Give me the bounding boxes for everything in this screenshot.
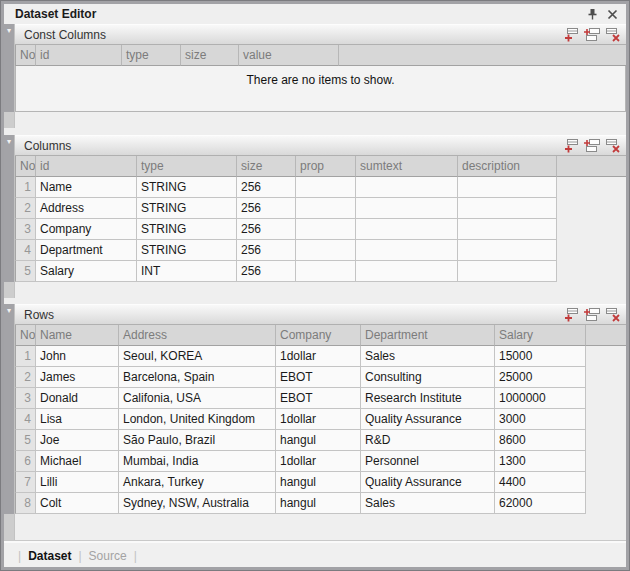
- column-header-sumtext[interactable]: sumtext: [356, 156, 458, 177]
- column-header-no[interactable]: No: [15, 45, 36, 66]
- table-row[interactable]: 5JoeSão Paulo, BrazilhangulR&D8600: [15, 430, 626, 451]
- tab-source[interactable]: Source: [89, 549, 127, 563]
- data-cell[interactable]: EBOT: [276, 367, 361, 388]
- data-cell[interactable]: 25000: [495, 367, 586, 388]
- data-cell[interactable]: [458, 198, 557, 219]
- data-cell[interactable]: 1300: [495, 451, 586, 472]
- column-header-company[interactable]: Company: [276, 325, 361, 346]
- column-header-address[interactable]: Address: [119, 325, 276, 346]
- column-header-type[interactable]: type: [137, 156, 237, 177]
- table-row[interactable]: 2AddressSTRING256: [15, 198, 626, 219]
- row-number-cell[interactable]: 1: [15, 346, 36, 367]
- data-cell[interactable]: [356, 177, 458, 198]
- data-cell[interactable]: Research Institute: [361, 388, 495, 409]
- data-cell[interactable]: STRING: [137, 177, 237, 198]
- table-row[interactable]: 7LilliAnkara, TurkeyhangulQuality Assura…: [15, 472, 626, 493]
- data-cell[interactable]: [296, 261, 356, 282]
- data-cell[interactable]: John: [36, 346, 119, 367]
- section-collapse-gutter[interactable]: ▾: [4, 135, 15, 298]
- data-cell[interactable]: Sales: [361, 346, 495, 367]
- section-collapse-gutter[interactable]: ▾: [4, 24, 15, 128]
- row-number-cell[interactable]: 2: [15, 367, 36, 388]
- column-header-type[interactable]: type: [122, 45, 181, 66]
- data-cell[interactable]: EBOT: [276, 388, 361, 409]
- data-cell[interactable]: Michael: [36, 451, 119, 472]
- data-cell[interactable]: Name: [36, 177, 137, 198]
- table-row[interactable]: 8ColtSydney, NSW, AustraliahangulSales62…: [15, 493, 626, 514]
- add-row-icon[interactable]: [562, 138, 580, 154]
- table-row[interactable]: 4LisaLondon, United Kingdom1dollarQualit…: [15, 409, 626, 430]
- data-cell[interactable]: Ankara, Turkey: [119, 472, 276, 493]
- data-cell[interactable]: [356, 198, 458, 219]
- data-cell[interactable]: hangul: [276, 472, 361, 493]
- row-number-cell[interactable]: 8: [15, 493, 36, 514]
- row-number-cell[interactable]: 5: [15, 261, 36, 282]
- data-cell[interactable]: STRING: [137, 198, 237, 219]
- data-cell[interactable]: 256: [237, 261, 296, 282]
- data-cell[interactable]: Barcelona, Spain: [119, 367, 276, 388]
- data-cell[interactable]: Lisa: [36, 409, 119, 430]
- data-cell[interactable]: Personnel: [361, 451, 495, 472]
- data-cell[interactable]: STRING: [137, 219, 237, 240]
- tab-dataset[interactable]: Dataset: [28, 549, 71, 563]
- row-number-cell[interactable]: 6: [15, 451, 36, 472]
- data-cell[interactable]: Sales: [361, 493, 495, 514]
- data-cell[interactable]: Lilli: [36, 472, 119, 493]
- pin-icon[interactable]: [587, 8, 598, 20]
- column-header-no[interactable]: No: [15, 325, 36, 346]
- delete-row-icon[interactable]: [604, 307, 622, 323]
- table-row[interactable]: 5SalaryINT256: [15, 261, 626, 282]
- row-number-cell[interactable]: 3: [15, 219, 36, 240]
- add-row-icon[interactable]: [562, 27, 580, 43]
- data-cell[interactable]: Quality Assurance: [361, 472, 495, 493]
- data-cell[interactable]: Salary: [36, 261, 137, 282]
- table-row[interactable]: 2JamesBarcelona, SpainEBOTConsulting2500…: [15, 367, 626, 388]
- column-header-id[interactable]: id: [36, 45, 122, 66]
- row-number-cell[interactable]: 3: [15, 388, 36, 409]
- data-cell[interactable]: R&D: [361, 430, 495, 451]
- column-header-name[interactable]: Name: [36, 325, 119, 346]
- data-cell[interactable]: 15000: [495, 346, 586, 367]
- data-cell[interactable]: [296, 240, 356, 261]
- column-header-department[interactable]: Department: [361, 325, 495, 346]
- data-cell[interactable]: INT: [137, 261, 237, 282]
- section-collapse-gutter[interactable]: ▾: [4, 304, 15, 540]
- data-cell[interactable]: Sydney, NSW, Australia: [119, 493, 276, 514]
- insert-row-icon[interactable]: [583, 27, 601, 43]
- insert-row-icon[interactable]: [583, 307, 601, 323]
- data-cell[interactable]: São Paulo, Brazil: [119, 430, 276, 451]
- column-header-salary[interactable]: Salary: [495, 325, 586, 346]
- data-cell[interactable]: 1000000: [495, 388, 586, 409]
- data-cell[interactable]: Quality Assurance: [361, 409, 495, 430]
- data-cell[interactable]: Seoul, KOREA: [119, 346, 276, 367]
- column-header-prop[interactable]: prop: [296, 156, 356, 177]
- table-row[interactable]: 1JohnSeoul, KOREA1dollarSales15000: [15, 346, 626, 367]
- data-cell[interactable]: Donald: [36, 388, 119, 409]
- data-cell[interactable]: 1dollar: [276, 409, 361, 430]
- column-header-id[interactable]: id: [36, 156, 137, 177]
- data-cell[interactable]: 1dollar: [276, 451, 361, 472]
- close-icon[interactable]: [607, 9, 618, 20]
- data-cell[interactable]: [356, 261, 458, 282]
- data-cell[interactable]: 62000: [495, 493, 586, 514]
- row-number-cell[interactable]: 4: [15, 240, 36, 261]
- data-cell[interactable]: hangul: [276, 430, 361, 451]
- data-cell[interactable]: 1dollar: [276, 346, 361, 367]
- data-cell[interactable]: 4400: [495, 472, 586, 493]
- row-number-cell[interactable]: 1: [15, 177, 36, 198]
- column-header-no[interactable]: No: [15, 156, 36, 177]
- table-row[interactable]: 3DonaldCalifonia, USAEBOTResearch Instit…: [15, 388, 626, 409]
- data-cell[interactable]: Company: [36, 219, 137, 240]
- data-cell[interactable]: 256: [237, 177, 296, 198]
- data-cell[interactable]: [296, 177, 356, 198]
- table-row[interactable]: 4DepartmentSTRING256: [15, 240, 626, 261]
- column-header-description[interactable]: description: [458, 156, 557, 177]
- table-row[interactable]: 3CompanySTRING256: [15, 219, 626, 240]
- data-cell[interactable]: Address: [36, 198, 137, 219]
- row-number-cell[interactable]: 5: [15, 430, 36, 451]
- data-cell[interactable]: [296, 198, 356, 219]
- add-row-icon[interactable]: [562, 307, 580, 323]
- column-header-size[interactable]: size: [237, 156, 296, 177]
- data-cell[interactable]: 3000: [495, 409, 586, 430]
- data-cell[interactable]: Department: [36, 240, 137, 261]
